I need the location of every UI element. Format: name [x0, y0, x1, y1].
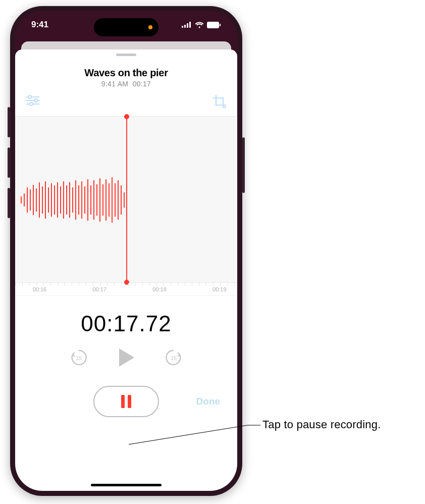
callout-text: Tap to pause recording.: [262, 418, 381, 431]
svg-rect-0: [182, 26, 183, 28]
svg-rect-5: [220, 24, 221, 26]
status-time: 9:41: [31, 20, 48, 30]
svg-rect-4: [207, 22, 219, 28]
wifi-icon: [195, 22, 204, 28]
svg-rect-2: [187, 23, 188, 28]
cellular-icon: [182, 22, 192, 28]
mic-indicator-dot: [148, 25, 152, 29]
status-right: [182, 22, 221, 28]
svg-rect-1: [184, 25, 186, 28]
battery-icon: [207, 22, 221, 28]
svg-rect-3: [189, 22, 191, 28]
